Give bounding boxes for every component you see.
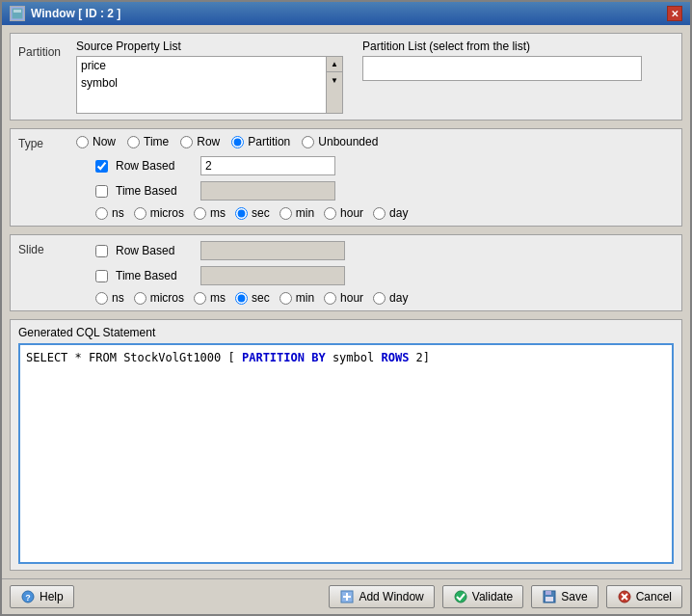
add-window-button[interactable]: Add Window	[329, 585, 434, 608]
radio-partition-input[interactable]	[231, 136, 244, 148]
slide-unit-ms-input[interactable]	[194, 292, 206, 305]
slide-section: Slide Row Based Time Based	[10, 234, 682, 311]
time-based-label: Time Based	[116, 184, 193, 198]
unit-ns: ns	[95, 206, 124, 220]
cql-statement-box[interactable]: SELECT * FROM StockVolGt1000 [ PARTITION…	[18, 343, 674, 564]
slide-time-based-input[interactable]	[200, 266, 345, 285]
slide-unit-ns: ns	[95, 291, 124, 305]
radio-unbounded-input[interactable]	[302, 136, 314, 148]
cql-rows: ROWS	[381, 351, 409, 364]
slide-unit-min: min	[279, 291, 314, 305]
slide-unit-sec: sec	[235, 291, 270, 305]
source-property-list[interactable]: price symbol	[76, 56, 327, 114]
title-bar: Window [ ID : 2 ] ✕	[2, 2, 690, 25]
scroll-down-button[interactable]: ▼	[327, 72, 342, 88]
save-label: Save	[561, 590, 587, 603]
main-window: Window [ ID : 2 ] ✕ Partition Source Pro…	[0, 0, 692, 616]
slide-unit-micros-input[interactable]	[134, 292, 146, 305]
radio-partition-label: Partition	[248, 135, 290, 148]
slide-content: Row Based Time Based ns	[76, 241, 674, 305]
type-section: Type Now Time Row	[10, 128, 682, 227]
unit-ms-input[interactable]	[194, 207, 206, 220]
cancel-icon	[617, 589, 632, 604]
slide-row-based-input[interactable]	[200, 241, 345, 260]
radio-time: Time	[127, 135, 169, 148]
list-item[interactable]: symbol	[77, 74, 326, 92]
slide-row-based-row: Row Based	[76, 241, 674, 260]
scroll-up-button[interactable]: ▲	[327, 57, 342, 72]
slide-time-based-checkbox[interactable]	[95, 270, 108, 282]
unit-sec: sec	[235, 206, 270, 220]
partition-section: Partition Source Property List price sym…	[10, 33, 682, 121]
validate-icon	[453, 589, 468, 604]
add-window-label: Add Window	[359, 590, 423, 603]
slide-row-based-label: Row Based	[116, 244, 193, 257]
type-radio-row: Now Time Row Partition	[76, 135, 674, 148]
footer-right-buttons: Add Window Validate	[329, 585, 682, 608]
slide-unit-ms: ms	[194, 291, 226, 305]
svg-rect-10	[546, 597, 553, 602]
partition-list-col: Partition List (select from the list) sy…	[362, 40, 642, 114]
time-based-input[interactable]	[200, 181, 335, 201]
slide-unit-day-input[interactable]	[373, 292, 386, 305]
unit-day-input[interactable]	[373, 207, 386, 220]
source-list-container: price symbol ▲ ▼	[76, 56, 343, 114]
slide-unit-ns-input[interactable]	[95, 292, 108, 305]
row-based-label: Row Based	[116, 159, 193, 173]
close-button[interactable]: ✕	[667, 6, 682, 21]
slide-unit-sec-input[interactable]	[235, 292, 248, 305]
svg-point-7	[455, 591, 466, 603]
partition-list-input[interactable]: symbol	[362, 56, 642, 81]
source-list-label: Source Property List	[76, 40, 343, 53]
validate-button[interactable]: Validate	[442, 585, 523, 608]
cancel-button[interactable]: Cancel	[606, 585, 682, 608]
unit-micros: micros	[134, 206, 184, 220]
slide-unit-hour-input[interactable]	[324, 292, 336, 305]
type-time-units: ns micros ms sec	[76, 206, 674, 220]
time-based-checkbox[interactable]	[95, 185, 108, 198]
svg-rect-0	[12, 8, 23, 19]
unit-hour-input[interactable]	[324, 207, 336, 220]
unit-min: min	[279, 206, 314, 220]
cql-symbol: symbol	[326, 351, 382, 364]
slide-unit-day: day	[373, 291, 408, 305]
type-row-based-row: Row Based	[76, 156, 674, 175]
unit-sec-input[interactable]	[235, 207, 248, 220]
window-icon	[10, 6, 25, 21]
radio-row-label: Row	[197, 135, 220, 148]
unit-ms: ms	[194, 206, 226, 220]
row-based-input[interactable]	[200, 156, 335, 175]
slide-row-based-checkbox[interactable]	[95, 245, 108, 257]
save-button[interactable]: Save	[531, 585, 598, 608]
radio-unbounded-label: Unbounded	[318, 135, 378, 148]
svg-rect-1	[13, 10, 21, 13]
help-button[interactable]: ? Help	[10, 585, 74, 608]
slide-time-based-row: Time Based	[76, 266, 674, 285]
help-icon: ?	[20, 589, 36, 604]
svg-rect-9	[546, 591, 551, 595]
add-window-icon	[339, 589, 355, 604]
radio-partition: Partition	[231, 135, 290, 148]
unit-micros-input[interactable]	[134, 207, 146, 220]
source-property-col: Source Property List price symbol ▲ ▼	[76, 40, 343, 114]
radio-row-input[interactable]	[180, 136, 193, 148]
window-title: Window [ ID : 2 ]	[31, 7, 120, 20]
slide-unit-hour: hour	[324, 291, 363, 305]
validate-label: Validate	[472, 590, 513, 603]
save-icon	[542, 589, 557, 604]
help-label: Help	[40, 590, 64, 603]
radio-time-input[interactable]	[127, 136, 140, 148]
slide-unit-min-input[interactable]	[279, 292, 292, 305]
unit-ns-input[interactable]	[95, 207, 108, 220]
radio-now-input[interactable]	[76, 136, 89, 148]
slide-unit-micros: micros	[134, 291, 184, 305]
type-label: Type	[18, 135, 67, 150]
type-time-based-row: Time Based	[76, 181, 674, 201]
cql-select: SELECT * FROM StockVolGt1000 [	[26, 351, 235, 364]
unit-hour: hour	[324, 206, 363, 220]
unit-min-input[interactable]	[279, 207, 292, 220]
row-based-checkbox[interactable]	[95, 160, 108, 173]
list-item[interactable]: price	[77, 57, 326, 74]
type-content: Now Time Row Partition	[76, 135, 674, 220]
radio-now: Now	[76, 135, 116, 148]
